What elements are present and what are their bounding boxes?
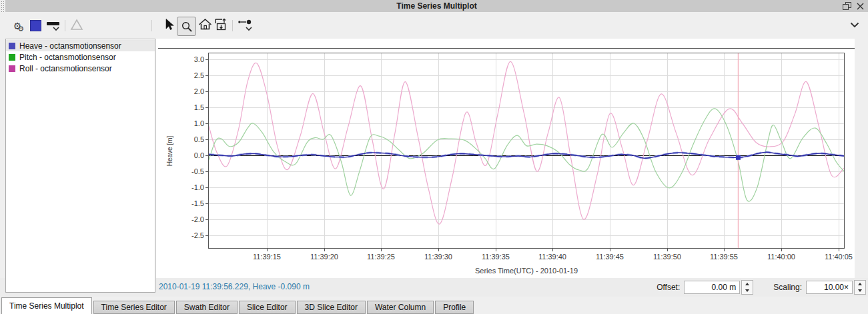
roll-color-swatch xyxy=(9,65,15,72)
offset-label: Offset: xyxy=(657,283,680,292)
scaling-spin-up[interactable] xyxy=(855,281,865,287)
y-tick-label: -1.0 xyxy=(175,183,204,191)
legend-panel: Heave - octansmotionsensor Pitch - octan… xyxy=(5,39,155,293)
gear-icon: ⚙ xyxy=(17,25,24,33)
cursor-readout: 2010-01-19 11:39:56.229, Heave -0.090 m xyxy=(159,282,310,291)
legend-label: Pitch - octansmotionsensor xyxy=(19,53,116,62)
x-axis-title: Series Time(UTC) - 2010-01-19 xyxy=(208,267,845,275)
float-window-icon[interactable] xyxy=(841,1,852,11)
pointer-tool-icon[interactable] xyxy=(164,18,175,31)
y-tick-label: 1.5 xyxy=(175,103,204,111)
settings-gears-icon[interactable]: ⚙⚙ xyxy=(10,17,27,35)
x-tick-label: 11:39:15 xyxy=(237,253,297,261)
plot-area[interactable] xyxy=(203,53,849,255)
x-tick-label: 11:39:20 xyxy=(294,253,354,261)
tab-swath-editor[interactable]: Swath Editor xyxy=(176,301,238,314)
y-tick-label: -2.5 xyxy=(175,231,204,239)
series-color-swatch-button[interactable] xyxy=(30,20,41,31)
home-reset-view-icon[interactable] xyxy=(198,18,212,31)
line-style-icon xyxy=(47,22,59,25)
x-tick-label: 11:39:45 xyxy=(580,253,640,261)
toolbar-separator xyxy=(65,20,65,31)
chevron-down-icon xyxy=(53,27,59,31)
collapse-panel-chevron-icon[interactable] xyxy=(850,22,859,28)
scaling-spinner xyxy=(854,280,866,295)
offset-field[interactable] xyxy=(684,281,740,294)
legend-label: Roll - octansmotionsensor xyxy=(19,64,112,73)
panel-divider xyxy=(158,48,855,49)
x-tick-label: 11:39:55 xyxy=(694,253,754,261)
x-tick-label: 11:39:40 xyxy=(522,253,582,261)
x-tick-label: 11:39:35 xyxy=(466,253,526,261)
tab-time-series-editor[interactable]: Time Series Editor xyxy=(93,301,175,314)
y-axis-title: Heave [m] xyxy=(167,135,174,166)
x-tick-label: 11:39:50 xyxy=(637,253,697,261)
point-line-icon xyxy=(238,18,252,26)
tab-slice-editor[interactable]: Slice Editor xyxy=(239,301,296,314)
scaling-spin-down[interactable] xyxy=(855,287,865,294)
legend-item-roll[interactable]: Roll - octansmotionsensor xyxy=(6,63,155,74)
x-tick-label: 11:40:05 xyxy=(809,253,868,261)
zoom-tool-button[interactable] xyxy=(177,17,196,36)
y-tick-label: 0.0 xyxy=(175,151,204,159)
y-tick-label: 0.5 xyxy=(175,135,204,143)
offset-spin-up[interactable] xyxy=(742,281,753,287)
offset-spinner xyxy=(741,280,753,295)
y-tick-label: 3.0 xyxy=(175,55,204,63)
x-tick-label: 11:39:30 xyxy=(408,253,468,261)
titlebar[interactable]: Time Series Multiplot xyxy=(5,0,868,13)
triangle-marker-icon[interactable] xyxy=(69,18,84,31)
legend-label: Heave - octansmotionsensor xyxy=(19,41,121,51)
fit-vertical-scale-icon[interactable] xyxy=(214,18,228,31)
time-series-plot xyxy=(203,53,849,255)
chevron-down-icon xyxy=(246,27,252,31)
tab-time-series-multiplot[interactable]: Time Series Multiplot xyxy=(1,297,92,314)
toolbar-separator xyxy=(151,20,152,31)
pitch-color-swatch xyxy=(9,54,15,61)
window-title: Time Series Multiplot xyxy=(396,1,476,11)
heave-color-swatch xyxy=(9,43,15,49)
toolbar: ⚙⚙ xyxy=(0,12,868,39)
editor-tab-bar: Time Series Multiplot Time Series Editor… xyxy=(0,297,868,314)
offset-spin-down[interactable] xyxy=(742,287,753,294)
color-swatch xyxy=(30,20,41,31)
y-tick-label: 1.0 xyxy=(175,119,204,127)
tab-profile[interactable]: Profile xyxy=(435,301,474,314)
y-tick-label: -0.5 xyxy=(175,167,204,175)
line-style-dropdown-button[interactable] xyxy=(47,22,59,31)
y-tick-label: -1.5 xyxy=(175,199,204,207)
plot-options-dropdown-button[interactable] xyxy=(238,18,252,31)
toolbar-separator xyxy=(232,20,233,31)
tab-water-column[interactable]: Water Column xyxy=(367,301,434,314)
y-tick-label: 2.5 xyxy=(175,71,204,79)
y-tick-label: 2.0 xyxy=(175,87,204,95)
tab-3d-slice-editor[interactable]: 3D Slice Editor xyxy=(297,301,366,314)
scaling-field[interactable] xyxy=(806,281,853,294)
x-tick-label: 11:40:00 xyxy=(751,253,811,261)
magnifier-icon xyxy=(181,21,193,33)
scaling-label: Scaling: xyxy=(773,283,802,292)
x-tick-label: 11:39:25 xyxy=(351,253,411,261)
y-tick-label: -2.0 xyxy=(175,215,204,223)
close-icon[interactable] xyxy=(855,1,865,11)
legend-item-heave[interactable]: Heave - octansmotionsensor xyxy=(6,40,155,51)
legend-item-pitch[interactable]: Pitch - octansmotionsensor xyxy=(6,51,155,63)
